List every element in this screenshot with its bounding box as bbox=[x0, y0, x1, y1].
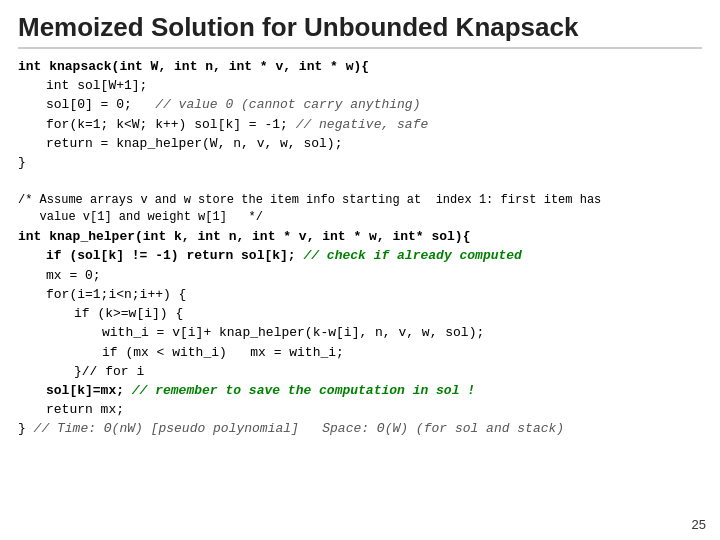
code-line-4: for(k=1; k<W; k++) sol[k] = -1; // negat… bbox=[18, 115, 702, 134]
code-line-16: return mx; bbox=[18, 400, 702, 419]
code-line-2: int sol[W+1]; bbox=[18, 76, 702, 95]
code-block: int knapsack(int W, int n, int * v, int … bbox=[18, 57, 702, 530]
code-comment-1: /* Assume arrays v and w store the item … bbox=[18, 192, 702, 210]
code-line-12: with_i = v[i]+ knap_helper(k-w[i], n, v,… bbox=[18, 323, 702, 342]
code-line-14: }// for i bbox=[18, 362, 702, 381]
code-line-8: if (sol[k] != -1) return sol[k]; // chec… bbox=[18, 246, 702, 265]
code-line-3: sol[0] = 0; // value 0 (cannot carry any… bbox=[18, 95, 702, 114]
code-blank bbox=[18, 172, 702, 191]
code-line-1: int knapsack(int W, int n, int * v, int … bbox=[18, 57, 702, 76]
code-line-10: for(i=1;i<n;i++) { bbox=[18, 285, 702, 304]
code-line-17: } // Time: Θ(nW) [pseudo polynomial] Spa… bbox=[18, 419, 702, 438]
slide-title: Memoized Solution for Unbounded Knapsack bbox=[18, 12, 702, 49]
code-line-13: if (mx < with_i) mx = with_i; bbox=[18, 343, 702, 362]
code-line-9: mx = 0; bbox=[18, 266, 702, 285]
code-comment-2: value v[1] and weight w[1] */ bbox=[18, 209, 702, 227]
code-line-11: if (k>=w[i]) { bbox=[18, 304, 702, 323]
code-line-6: } bbox=[18, 153, 702, 172]
slide-number: 25 bbox=[692, 517, 706, 532]
code-line-5: return = knap_helper(W, n, v, w, sol); bbox=[18, 134, 702, 153]
code-line-7: int knap_helper(int k, int n, int * v, i… bbox=[18, 227, 702, 246]
code-line-15: sol[k]=mx; // remember to save the compu… bbox=[18, 381, 702, 400]
